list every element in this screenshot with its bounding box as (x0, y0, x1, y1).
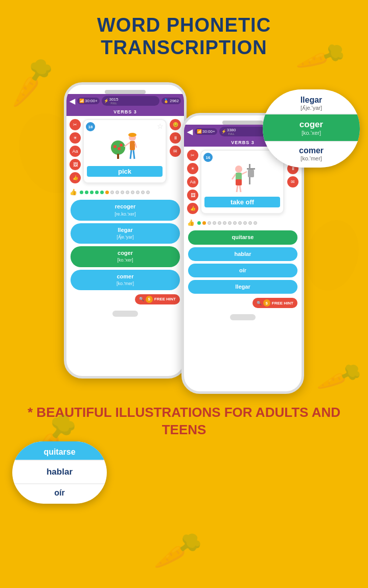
option-left-2[interactable]: coger[ko.'xer] (71, 246, 180, 267)
svg-rect-20 (247, 168, 255, 170)
svg-rect-24 (236, 179, 242, 185)
svg-rect-14 (130, 141, 135, 150)
page-title: WORD PHONETIC TRANSCRIPTION (0, 0, 368, 67)
bubble-hablar: hablar (12, 461, 107, 483)
bubble-coger: coger [ko.'xer] (263, 114, 360, 141)
hint-coin-right: $ (263, 299, 270, 307)
back-button-left[interactable]: ◀ (70, 97, 75, 105)
icon-mail-r[interactable]: ✉ (287, 176, 298, 187)
card-area-left: ✂ ☀ Aa 🖼 👍 18 ☆ (66, 116, 184, 186)
svg-line-16 (135, 143, 136, 148)
svg-line-17 (130, 150, 131, 159)
option-left-0[interactable]: recoger[re.ko.'xer] (71, 200, 180, 220)
icon-text[interactable]: Aa (70, 146, 81, 157)
icon-scissors-r[interactable]: ✂ (187, 150, 198, 161)
svg-line-27 (237, 185, 238, 192)
svg-point-9 (113, 145, 117, 148)
timer-left: 📶 30:00+ (77, 98, 100, 104)
medal-left: 🏅 2962 (162, 98, 181, 104)
bubble-oir: oír (12, 484, 107, 504)
icon-mail[interactable]: ✉ (170, 146, 181, 157)
thumb-icon-left: 👍 (70, 189, 77, 196)
icon-sun-r[interactable]: ☀ (187, 163, 198, 174)
card-word-left: pick (87, 166, 163, 177)
option-right-3[interactable]: llegar (188, 280, 297, 294)
score-left: ⚡ 3015 FULL (102, 96, 159, 106)
icon-image-r[interactable]: 🖼 (187, 190, 198, 201)
status-bar-left: ◀ 📶 30:00+ ⚡ 3015 FULL 🏅 2962 (66, 94, 184, 108)
svg-line-15 (124, 143, 130, 147)
options-list-right: quitarse hablar oír llegar (184, 228, 302, 296)
svg-rect-8 (117, 154, 119, 159)
svg-point-13 (128, 133, 136, 137)
timer-right: 📶 30:00+ (195, 128, 217, 135)
svg-point-10 (118, 147, 121, 150)
svg-line-25 (232, 174, 236, 179)
options-list-left: recoger[re.ko.'xer] llegar[ʎje.'yar] cog… (66, 198, 184, 292)
card-badge-right: 16 (203, 153, 213, 162)
back-button-right[interactable]: ◀ (187, 128, 193, 136)
left-side-icons-right: ✂ ☀ Aa 🖼 👍 (187, 150, 198, 214)
icon-image[interactable]: 🖼 (70, 159, 81, 170)
card-illustration-left (107, 128, 143, 164)
right-side-icons-left: 😊 ⏸ ✉ (170, 119, 181, 183)
option-left-1[interactable]: llegar[ʎje.'yar] (71, 223, 180, 244)
phone-notch-right (222, 121, 263, 125)
bubble-left: quitarse hablar oír (12, 441, 107, 504)
flash-card-left: 18 ☆ (83, 119, 167, 183)
phone-left: ◀ 📶 30:00+ ⚡ 3015 FULL 🏅 2962 (64, 82, 187, 379)
bubble-quitarse: quitarse (12, 441, 107, 460)
home-button-right[interactable] (230, 314, 256, 320)
phone-notch-left (105, 90, 146, 94)
hint-button-left[interactable]: 🔍 $ FREE HINT (135, 294, 180, 304)
option-left-3[interactable]: comer[ko.'mer] (71, 270, 180, 290)
hint-button-right[interactable]: 🔍 $ FREE HINT (252, 298, 297, 308)
option-right-2[interactable]: oír (188, 264, 297, 277)
svg-point-11 (120, 144, 123, 147)
category-label-left: VERBS 3 (66, 108, 184, 116)
option-right-0[interactable]: quitarse (188, 230, 297, 244)
card-word-right: take off (204, 197, 280, 207)
icon-text-r[interactable]: Aa (187, 176, 198, 187)
svg-text:🥕: 🥕 (152, 526, 204, 576)
icon-thumb[interactable]: 👍 (70, 172, 81, 183)
hint-coin-left: $ (146, 296, 153, 303)
hint-bar-left: 🔍 $ FREE HINT (66, 292, 184, 307)
card-illustration-right (224, 159, 260, 195)
bubble-right: llegar [ʎje.'yar] coger [ko.'xer] comer … (263, 89, 360, 168)
icon-face[interactable]: 😊 (170, 119, 181, 130)
left-side-icons: ✂ ☀ Aa 🖼 👍 (70, 119, 81, 183)
progress-dots-left: 👍 (66, 186, 184, 198)
option-right-1[interactable]: hablar (188, 247, 297, 261)
svg-point-22 (235, 166, 242, 173)
icon-pause[interactable]: ⏸ (170, 132, 181, 144)
card-star-left[interactable]: ☆ (157, 122, 164, 130)
svg-rect-21 (248, 170, 254, 177)
card-badge-left: 18 (86, 122, 95, 131)
svg-line-26 (242, 172, 247, 174)
icon-thumb-r[interactable]: 👍 (187, 203, 198, 214)
bubble-llegar: llegar [ʎje.'yar] (263, 89, 360, 113)
hint-bar-right: 🔍 $ FREE HINT (184, 296, 302, 310)
bubble-comer: comer [ko.'mer] (263, 142, 360, 168)
home-button-left[interactable] (112, 311, 138, 317)
icon-scissors[interactable]: ✂ (70, 119, 81, 130)
thumb-icon-right: 👍 (187, 219, 195, 226)
progress-dots-right: 👍 (184, 217, 302, 228)
svg-line-28 (240, 185, 241, 192)
svg-line-18 (133, 150, 134, 159)
icon-sun[interactable]: ☀ (70, 132, 81, 144)
